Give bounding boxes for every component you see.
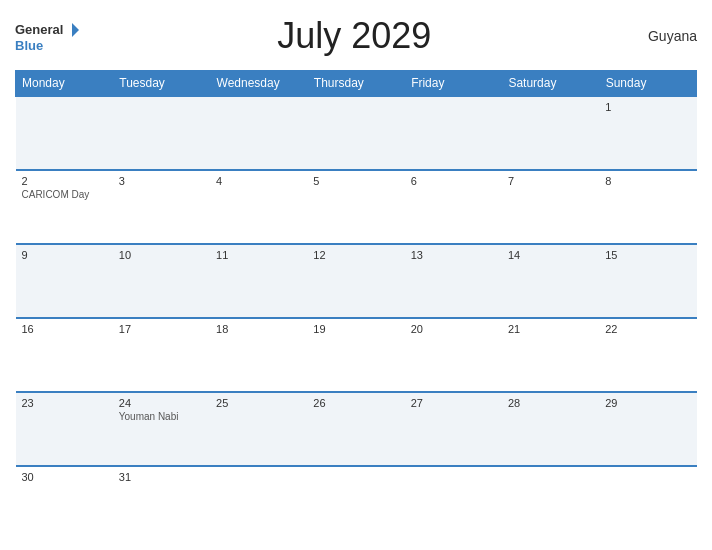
- weekday-header-saturday: Saturday: [502, 71, 599, 97]
- calendar-cell: [599, 466, 696, 540]
- calendar-cell: [502, 466, 599, 540]
- calendar-cell: 2CARICOM Day: [16, 170, 113, 244]
- calendar-cell: [502, 96, 599, 170]
- calendar-cell: 12: [307, 244, 404, 318]
- calendar-cell: 27: [405, 392, 502, 466]
- event-label: Youman Nabi: [119, 411, 204, 422]
- weekday-header-tuesday: Tuesday: [113, 71, 210, 97]
- calendar-cell: 9: [16, 244, 113, 318]
- calendar-cell: [405, 466, 502, 540]
- calendar-header-row: MondayTuesdayWednesdayThursdayFridaySatu…: [16, 71, 697, 97]
- day-number: 4: [216, 175, 301, 187]
- calendar-cell: 3: [113, 170, 210, 244]
- day-number: 9: [22, 249, 107, 261]
- calendar-cell: [210, 466, 307, 540]
- calendar-cell: [113, 96, 210, 170]
- day-number: 15: [605, 249, 690, 261]
- day-number: 28: [508, 397, 593, 409]
- day-number: 21: [508, 323, 593, 335]
- calendar-week-6: 3031: [16, 466, 697, 540]
- day-number: 12: [313, 249, 398, 261]
- calendar-cell: [405, 96, 502, 170]
- calendar-cell: [307, 466, 404, 540]
- calendar-cell: 19: [307, 318, 404, 392]
- day-number: 27: [411, 397, 496, 409]
- day-number: 30: [22, 471, 107, 483]
- calendar-cell: [307, 96, 404, 170]
- day-number: 26: [313, 397, 398, 409]
- calendar-cell: 17: [113, 318, 210, 392]
- calendar-cell: 16: [16, 318, 113, 392]
- country-name: Guyana: [627, 28, 697, 44]
- calendar-cell: 14: [502, 244, 599, 318]
- calendar-cell: 22: [599, 318, 696, 392]
- day-number: 31: [119, 471, 204, 483]
- calendar-cell: 29: [599, 392, 696, 466]
- day-number: 5: [313, 175, 398, 187]
- calendar-cell: 7: [502, 170, 599, 244]
- day-number: 24: [119, 397, 204, 409]
- calendar-cell: 30: [16, 466, 113, 540]
- logo-icon: [63, 21, 81, 39]
- day-number: 25: [216, 397, 301, 409]
- event-label: CARICOM Day: [22, 189, 107, 200]
- calendar-table: MondayTuesdayWednesdayThursdayFridaySatu…: [15, 70, 697, 540]
- logo-general-text: General: [15, 23, 63, 36]
- weekday-header-friday: Friday: [405, 71, 502, 97]
- day-number: 1: [605, 101, 690, 113]
- day-number: 29: [605, 397, 690, 409]
- calendar-cell: 23: [16, 392, 113, 466]
- calendar-page: General Blue July 2029 Guyana MondayTues…: [0, 0, 712, 550]
- calendar-cell: 6: [405, 170, 502, 244]
- weekday-header-sunday: Sunday: [599, 71, 696, 97]
- day-number: 17: [119, 323, 204, 335]
- calendar-body: 12CARICOM Day345678910111213141516171819…: [16, 96, 697, 540]
- calendar-cell: 20: [405, 318, 502, 392]
- day-number: 3: [119, 175, 204, 187]
- calendar-cell: 10: [113, 244, 210, 318]
- svg-marker-0: [72, 23, 79, 37]
- calendar-header: General Blue July 2029 Guyana: [15, 10, 697, 62]
- calendar-cell: 1: [599, 96, 696, 170]
- calendar-week-3: 9101112131415: [16, 244, 697, 318]
- calendar-cell: 5: [307, 170, 404, 244]
- calendar-cell: 15: [599, 244, 696, 318]
- calendar-cell: 24Youman Nabi: [113, 392, 210, 466]
- day-number: 22: [605, 323, 690, 335]
- calendar-cell: 25: [210, 392, 307, 466]
- calendar-cell: 13: [405, 244, 502, 318]
- calendar-cell: [16, 96, 113, 170]
- day-number: 23: [22, 397, 107, 409]
- calendar-cell: 8: [599, 170, 696, 244]
- calendar-cell: 21: [502, 318, 599, 392]
- day-number: 7: [508, 175, 593, 187]
- calendar-cell: 4: [210, 170, 307, 244]
- logo-blue-text: Blue: [15, 39, 43, 52]
- day-number: 14: [508, 249, 593, 261]
- day-number: 19: [313, 323, 398, 335]
- day-number: 10: [119, 249, 204, 261]
- day-number: 16: [22, 323, 107, 335]
- weekday-header-wednesday: Wednesday: [210, 71, 307, 97]
- calendar-week-5: 2324Youman Nabi2526272829: [16, 392, 697, 466]
- day-number: 6: [411, 175, 496, 187]
- calendar-cell: 11: [210, 244, 307, 318]
- logo: General Blue: [15, 21, 81, 52]
- weekday-header-monday: Monday: [16, 71, 113, 97]
- day-number: 11: [216, 249, 301, 261]
- day-number: 2: [22, 175, 107, 187]
- calendar-cell: 31: [113, 466, 210, 540]
- day-number: 20: [411, 323, 496, 335]
- calendar-week-1: 1: [16, 96, 697, 170]
- day-number: 8: [605, 175, 690, 187]
- day-number: 18: [216, 323, 301, 335]
- day-number: 13: [411, 249, 496, 261]
- calendar-week-4: 16171819202122: [16, 318, 697, 392]
- weekday-header-thursday: Thursday: [307, 71, 404, 97]
- calendar-title: July 2029: [81, 15, 627, 57]
- calendar-cell: 26: [307, 392, 404, 466]
- calendar-cell: 28: [502, 392, 599, 466]
- calendar-week-2: 2CARICOM Day345678: [16, 170, 697, 244]
- calendar-cell: 18: [210, 318, 307, 392]
- calendar-cell: [210, 96, 307, 170]
